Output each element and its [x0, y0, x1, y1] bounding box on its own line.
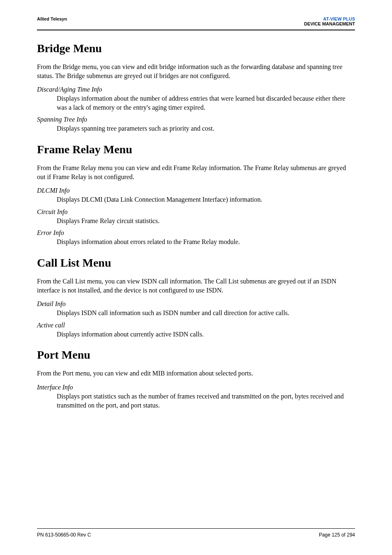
footer-right: Page 125 of 294 — [319, 532, 355, 538]
bridge-term-0: Discard/Aging Time Info — [37, 86, 355, 93]
page-footer: PN 613-50665-00 Rev C Page 125 of 294 — [37, 528, 355, 538]
frame-relay-def-0: Displays DLCMI (Data Link Connection Man… — [57, 195, 355, 204]
frame-relay-term-0: DLCMI Info — [37, 187, 355, 194]
header-left: Allied Telesyn — [37, 16, 67, 21]
header-section: DEVICE MANAGEMENT — [304, 21, 355, 26]
footer-left: PN 613-50665-00 Rev C — [37, 532, 91, 538]
bridge-section: Bridge Menu From the Bridge menu, you ca… — [37, 42, 355, 133]
bridge-def-0: Displays information about the number of… — [57, 94, 355, 112]
port-heading: Port Menu — [37, 348, 355, 362]
port-term-0: Interface Info — [37, 384, 355, 391]
call-list-intro: From the Call List menu, you can view IS… — [37, 277, 355, 295]
frame-relay-term-1: Circuit Info — [37, 208, 355, 216]
frame-relay-intro: From the Frame Relay menu you can view a… — [37, 164, 355, 181]
bridge-def-1: Displays spanning tree parameters such a… — [57, 124, 355, 133]
call-list-heading: Call List Menu — [37, 256, 355, 269]
call-list-term-0: Detail Info — [37, 300, 355, 308]
page-header: Allied Telesyn AT-VIEW PLUS DEVICE MANAG… — [37, 16, 355, 30]
frame-relay-section: Frame Relay Menu From the Frame Relay me… — [37, 143, 355, 246]
header-product: AT-VIEW PLUS — [304, 16, 355, 21]
call-list-section: Call List Menu From the Call List menu, … — [37, 256, 355, 339]
port-section: Port Menu From the Port menu, you can vi… — [37, 348, 355, 410]
call-list-def-1: Displays information about currently act… — [57, 330, 355, 339]
frame-relay-def-1: Displays Frame Relay circuit statistics. — [57, 216, 355, 226]
call-list-term-1: Active call — [37, 322, 355, 329]
frame-relay-term-2: Error Info — [37, 229, 355, 237]
bridge-heading: Bridge Menu — [37, 42, 355, 55]
bridge-intro: From the Bridge menu, you can view and e… — [37, 62, 355, 80]
frame-relay-def-2: Displays information about errors relate… — [57, 237, 355, 246]
bridge-term-1: Spanning Tree Info — [37, 116, 355, 123]
port-intro: From the Port menu, you can view and edi… — [37, 369, 355, 378]
call-list-def-0: Displays ISDN call information such as I… — [57, 309, 355, 318]
port-def-0: Displays port statistics such as the num… — [57, 392, 355, 410]
header-right: AT-VIEW PLUS DEVICE MANAGEMENT — [304, 16, 355, 26]
frame-relay-heading: Frame Relay Menu — [37, 143, 355, 156]
